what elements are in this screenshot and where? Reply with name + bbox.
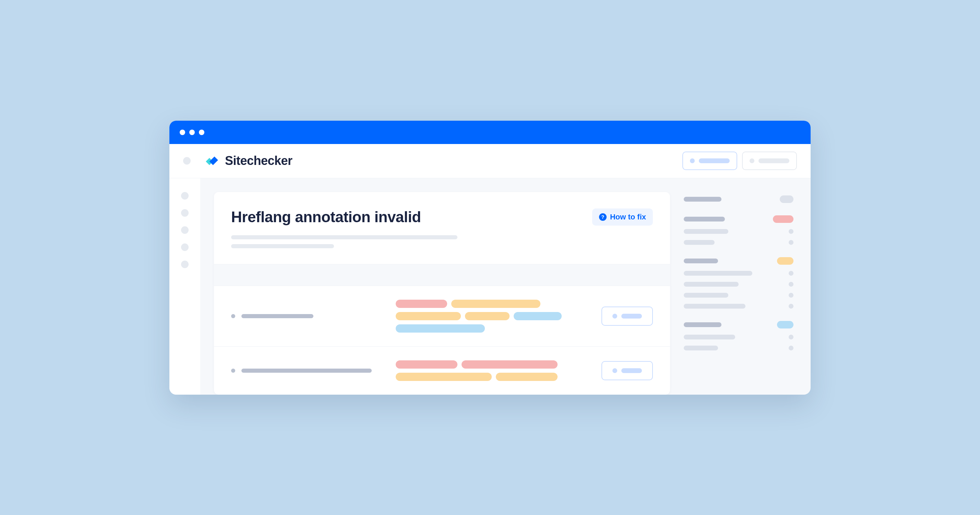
bullet-icon [231, 369, 235, 373]
sidebar-item-placeholder[interactable] [684, 229, 728, 234]
nav-item[interactable] [181, 243, 189, 251]
sidebar-group [684, 215, 794, 245]
sidebar-item-placeholder[interactable] [684, 271, 752, 276]
card-header: Hreflang annotation invalid ? How to fix [214, 192, 670, 264]
view-issue-button[interactable] [601, 307, 653, 326]
page-title: Hreflang annotation invalid [231, 208, 421, 226]
sidebar-count-placeholder [789, 293, 794, 297]
tag-placeholder [465, 312, 509, 320]
nav-item[interactable] [181, 192, 189, 200]
window-minimize-icon[interactable] [189, 130, 195, 135]
sidebar-badge [777, 257, 794, 265]
issue-url-placeholder [242, 369, 372, 373]
help-icon: ? [599, 213, 606, 221]
sidebar-group [684, 257, 794, 308]
tag-placeholder [396, 360, 457, 369]
window-titlebar [169, 121, 811, 144]
body: Hreflang annotation invalid ? How to fix [169, 178, 811, 395]
sidebar-badge [777, 321, 794, 329]
view-issue-button[interactable] [601, 361, 653, 380]
sidebar-count-placeholder [789, 271, 794, 276]
brand-name: Sitechecker [225, 154, 293, 168]
sidebar-heading-placeholder [684, 322, 721, 327]
sidebar-item-placeholder[interactable] [684, 335, 735, 339]
issues-card: Hreflang annotation invalid ? How to fix [214, 192, 670, 395]
tag-placeholder [461, 360, 558, 369]
window-close-icon[interactable] [180, 130, 185, 135]
nav-item[interactable] [181, 209, 189, 217]
right-sidebar [684, 192, 794, 395]
issue-row [214, 347, 670, 395]
sidebar-count-placeholder [789, 335, 794, 339]
nav-item[interactable] [181, 226, 189, 234]
sidebar-item-placeholder[interactable] [684, 293, 728, 297]
sidebar-item-placeholder[interactable] [684, 304, 745, 308]
sidebar-badge [773, 215, 794, 223]
left-nav-rail [169, 178, 200, 395]
sidebar-count-placeholder [789, 346, 794, 350]
issue-tags [396, 300, 588, 332]
issue-url-placeholder [242, 314, 313, 318]
sidebar-heading-placeholder [684, 259, 718, 263]
sidebar-count-placeholder [789, 229, 794, 234]
description-placeholder [231, 235, 457, 239]
sidebar-heading-placeholder [684, 197, 721, 202]
sidebar-group [684, 321, 794, 350]
header-secondary-button[interactable] [742, 151, 797, 170]
tag-placeholder [396, 324, 485, 332]
main-area: Hreflang annotation invalid ? How to fix [200, 178, 811, 395]
window-maximize-icon[interactable] [199, 130, 204, 135]
header-primary-button[interactable] [682, 151, 737, 170]
tag-placeholder [451, 300, 540, 308]
bullet-icon [231, 314, 235, 318]
sidebar-group [684, 196, 794, 203]
sidebar-item-placeholder[interactable] [684, 240, 714, 245]
top-bar: Sitechecker [169, 144, 811, 178]
sidebar-count-placeholder [789, 282, 794, 287]
sidebar-count-placeholder [789, 240, 794, 245]
tag-placeholder [396, 373, 492, 381]
issue-row [214, 286, 670, 347]
nav-item[interactable] [181, 261, 189, 268]
tag-placeholder [396, 300, 447, 308]
section-divider [214, 264, 670, 286]
description-placeholder [231, 244, 334, 248]
menu-icon[interactable] [183, 157, 191, 165]
app-window: Sitechecker Hreflang annotation invalid [169, 121, 811, 395]
tag-placeholder [396, 312, 461, 320]
sidebar-count-placeholder [789, 304, 794, 308]
tag-placeholder [496, 373, 558, 381]
sidebar-badge [780, 196, 794, 203]
how-to-fix-button[interactable]: ? How to fix [592, 208, 653, 226]
sidebar-heading-placeholder [684, 217, 725, 221]
logo-icon [204, 154, 219, 168]
tag-placeholder [514, 312, 562, 320]
sidebar-item-placeholder[interactable] [684, 282, 738, 287]
issue-tags [396, 360, 588, 381]
how-to-fix-label: How to fix [610, 213, 646, 221]
sidebar-item-placeholder[interactable] [684, 346, 718, 350]
